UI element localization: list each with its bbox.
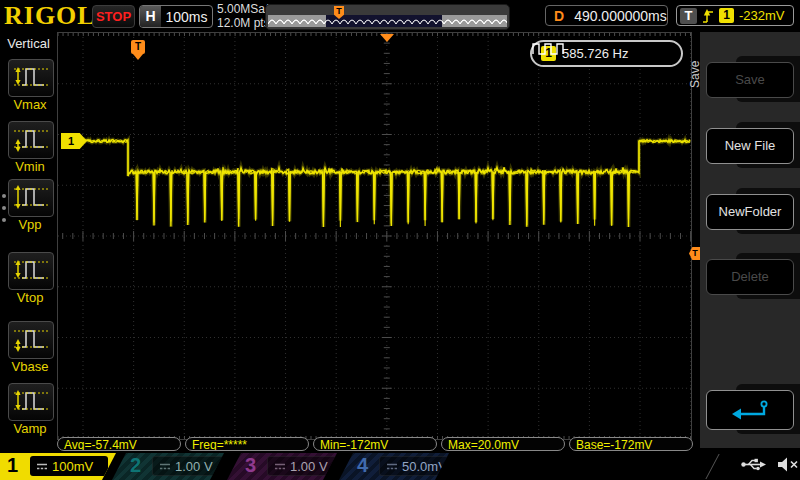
dc-coupling-icon — [386, 462, 398, 471]
frequency-value: 585.726 Hz — [562, 46, 629, 61]
delay-box[interactable]: D 490.000000ms — [545, 5, 668, 26]
trigger-label: T — [680, 8, 697, 24]
channel1-scale: 100mV — [52, 459, 93, 474]
vmin-label: Vmin — [0, 159, 60, 174]
channel4-status[interactable]: 4 50.0mV — [339, 453, 449, 480]
square-wave-icon — [532, 42, 564, 55]
vbase-label: Vbase — [0, 359, 60, 374]
vpp-button[interactable] — [8, 179, 54, 217]
softkey-menu: Save New File NewFolder Delete — [700, 32, 800, 448]
status-icon-area — [740, 456, 800, 473]
run-state-indicator[interactable]: STOP — [92, 5, 135, 28]
usb-icon — [740, 456, 767, 473]
trigger-position-flag[interactable]: T — [131, 40, 145, 54]
measurement-max: Max=20.0mV — [441, 437, 565, 451]
return-arrow-icon — [729, 398, 771, 422]
channel1-waveform — [58, 33, 691, 439]
horizontal-label: H — [140, 6, 161, 27]
preview-window[interactable] — [326, 15, 442, 27]
measurement-avg: Avg=-57.4mV — [57, 437, 181, 451]
channel2-status[interactable]: 2 1.00 V — [112, 453, 224, 480]
sidebar-title: Vertical — [0, 36, 57, 51]
vtop-button[interactable] — [8, 252, 54, 290]
top-status-bar: RIGOL STOP H 100ms 5.00MSa/s 12.0M pts T… — [0, 0, 800, 32]
channel2-number: 2 — [130, 454, 141, 477]
vbase-button[interactable] — [8, 321, 54, 359]
trigger-level-value: -232mV — [739, 8, 785, 23]
new-folder-button[interactable]: NewFolder — [706, 194, 794, 230]
trigger-center-indicator — [380, 34, 394, 42]
dc-coupling-icon — [159, 462, 171, 471]
menu-page-dot — [2, 194, 6, 198]
vpp-label: Vpp — [0, 217, 60, 232]
speaker-muted-icon — [777, 456, 800, 473]
vamp-label: Vamp — [0, 421, 60, 436]
vamp-button[interactable] — [8, 383, 54, 421]
frequency-counter: 1 585.726 Hz — [530, 40, 683, 67]
vmin-button[interactable] — [8, 121, 54, 159]
trigger-source-badge: 1 — [719, 8, 734, 23]
vamp-icon — [12, 386, 50, 417]
channel3-scale: 1.00 V — [290, 459, 328, 474]
waveform-preview-bar[interactable]: T — [265, 4, 510, 30]
rigol-logo: RIGOL — [4, 1, 96, 31]
trigger-status-box[interactable]: T 1 -232mV — [676, 5, 794, 26]
dc-coupling-icon — [274, 462, 286, 471]
vpp-icon — [12, 182, 50, 213]
oscilloscope-screen: RIGOL STOP H 100ms 5.00MSa/s 12.0M pts T… — [0, 0, 800, 480]
status-divider — [705, 454, 719, 479]
vmax-icon — [12, 62, 50, 93]
vmax-button[interactable] — [8, 59, 54, 97]
preview-band — [268, 15, 507, 27]
menu-page-dot — [2, 218, 6, 222]
measurement-freq: Freq=***** — [185, 437, 309, 451]
delete-button[interactable]: Delete — [706, 259, 794, 295]
menu-page-dot — [2, 206, 6, 210]
new-file-button[interactable]: New File — [706, 128, 794, 164]
horizontal-timebase-box[interactable]: H 100ms — [139, 5, 213, 28]
vtop-icon — [12, 255, 50, 286]
vbase-icon — [12, 324, 50, 355]
vmax-label: Vmax — [0, 97, 60, 112]
waveform-display: 1 T 1 585.726 Hz — [57, 32, 692, 440]
vtop-label: Vtop — [0, 290, 60, 305]
timebase-value: 100ms — [161, 9, 212, 25]
channel2-scale: 1.00 V — [175, 459, 213, 474]
return-button[interactable] — [706, 390, 794, 430]
measurement-min: Min=-172mV — [313, 437, 437, 451]
channel3-number: 3 — [245, 454, 256, 477]
save-button[interactable]: Save — [706, 62, 794, 98]
dc-coupling-icon — [36, 462, 48, 471]
measurement-base: Base=-172mV — [569, 437, 693, 451]
vertical-measure-sidebar: Vertical Vmax Vmin Vpp Vtop Vbase Vamp — [0, 32, 57, 452]
channel3-status[interactable]: 3 1.00 V — [227, 453, 337, 480]
channel4-scale: 50.0mV — [402, 459, 447, 474]
rising-edge-icon — [702, 8, 714, 24]
vmin-icon — [12, 124, 50, 155]
delay-value: 490.000000ms — [574, 8, 667, 24]
delay-label: D — [554, 8, 564, 24]
channel1-number: 1 — [7, 454, 18, 477]
channel1-status[interactable]: 1 100mV — [0, 453, 116, 480]
channel4-number: 4 — [357, 454, 368, 477]
